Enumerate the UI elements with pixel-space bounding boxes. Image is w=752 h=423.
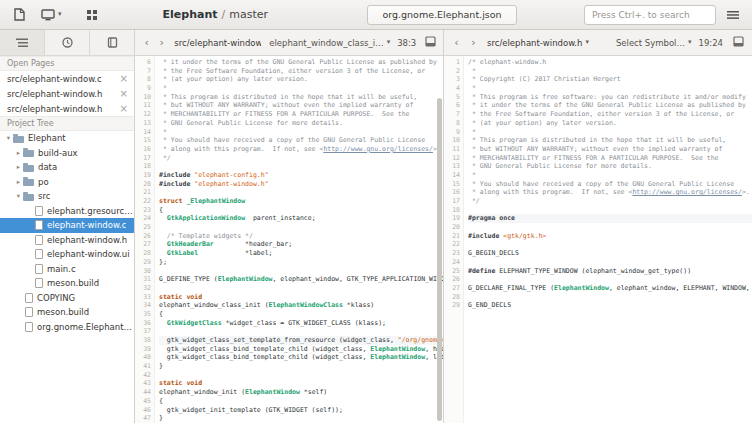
close-icon[interactable]: × bbox=[116, 104, 128, 114]
omnibar[interactable]: org.gnome.Elephant.json bbox=[367, 5, 517, 25]
tree-item-COPYING[interactable]: COPYING bbox=[0, 291, 134, 306]
line-number: 14 bbox=[444, 171, 460, 180]
code-line: G_DEFINE_TYPE (ElephantWindow, elephant_… bbox=[159, 275, 443, 284]
expander-icon[interactable]: ▾ bbox=[4, 135, 13, 142]
symbol-selector-button[interactable]: Select Symbol… ▾ bbox=[616, 38, 692, 48]
pane-options-button[interactable] bbox=[423, 35, 437, 51]
expander-icon[interactable]: ▾ bbox=[14, 193, 23, 200]
tree-item-label: Elephant bbox=[28, 133, 66, 143]
tree-item-elephant.gresource.xml[interactable]: elephant.gresource.xml bbox=[0, 204, 134, 219]
expander-icon[interactable]: ▸ bbox=[14, 150, 23, 157]
document-title-button[interactable]: src/elephant-window.h ▾ bbox=[487, 38, 589, 48]
code-line: * bbox=[468, 67, 752, 76]
line-number: 13 bbox=[135, 119, 151, 128]
file-icon bbox=[25, 322, 33, 332]
code-area: * it under the terms of the GNU General … bbox=[155, 56, 443, 423]
line-number: 27 bbox=[135, 240, 151, 249]
nav-back-icon[interactable]: ‹ bbox=[450, 35, 463, 51]
builder-window: ▾ Elephant / master org.gnome.Elephant.j… bbox=[0, 0, 752, 423]
pane-header: ‹ › src/elephant-window.h ▾ Select Symbo… bbox=[444, 30, 752, 56]
code-line: * You should have received a copy of the… bbox=[159, 136, 443, 145]
code-line: * bbox=[159, 84, 443, 93]
tree-item-org.gnome.Elephant.json[interactable]: org.gnome.Elephant.json bbox=[0, 320, 134, 335]
line-number: 22 bbox=[135, 197, 151, 206]
code-editor[interactable]: 6789101112131415161718192021222324252627… bbox=[135, 56, 443, 423]
code-line: * the Free Software Foundation, either v… bbox=[159, 67, 443, 76]
project-tree: ▾Elephant▸build-aux▸data▸po▾srcelephant.… bbox=[0, 131, 134, 334]
device-selector-button[interactable]: ▾ bbox=[36, 4, 67, 26]
panel-switcher bbox=[0, 30, 134, 56]
tree-item-elephant-window.h[interactable]: elephant-window.h bbox=[0, 233, 134, 248]
open-page-item[interactable]: src/elephant-window.c× bbox=[0, 71, 134, 86]
project-breadcrumb[interactable]: Elephant / master bbox=[163, 8, 268, 21]
tree-item-label: main.c bbox=[47, 264, 76, 274]
search-input[interactable] bbox=[584, 5, 716, 25]
tree-item-data[interactable]: ▸data bbox=[0, 160, 134, 175]
grid-icon bbox=[86, 9, 98, 21]
code-editor[interactable]: 1234567891011121314151617181920212223242… bbox=[444, 56, 752, 423]
tree-item-label: elephant-window.ui bbox=[47, 249, 130, 259]
file-icon bbox=[35, 278, 43, 288]
menu-button[interactable] bbox=[721, 4, 745, 26]
line-number: 25 bbox=[135, 223, 151, 232]
scrollbar-thumb[interactable] bbox=[437, 98, 442, 421]
tree-item-meson.build[interactable]: meson.build bbox=[0, 305, 134, 320]
code-line: elephant_window_class_init (ElephantWind… bbox=[159, 301, 443, 310]
tree-item-label: meson.build bbox=[37, 307, 89, 317]
code-line: * bbox=[468, 84, 752, 93]
tree-item-build-aux[interactable]: ▸build-aux bbox=[0, 146, 134, 161]
code-line: gtk_widget_class_bind_template_child (wi… bbox=[159, 353, 443, 362]
line-number: 12 bbox=[444, 154, 460, 163]
line-number: 19 bbox=[135, 171, 151, 180]
nav-forward-icon[interactable]: › bbox=[467, 35, 480, 51]
code-line: * You should have received a copy of the… bbox=[468, 180, 752, 189]
sidebar: Open Pages src/elephant-window.c×src/ele… bbox=[0, 30, 135, 423]
open-page-item[interactable]: src/elephant-window.h× bbox=[0, 86, 134, 101]
tree-item-label: po bbox=[38, 177, 49, 187]
expander-icon[interactable]: ▸ bbox=[14, 164, 23, 171]
close-icon[interactable]: × bbox=[116, 89, 128, 99]
tree-item-label: COPYING bbox=[37, 293, 75, 303]
code-line: * along with this program. If not, see <… bbox=[468, 188, 752, 197]
project-panel-button[interactable] bbox=[0, 30, 45, 55]
tree-item-src[interactable]: ▾src bbox=[0, 189, 134, 204]
line-number: 2 bbox=[444, 67, 460, 76]
line-number: 22 bbox=[444, 240, 460, 249]
line-number: 11 bbox=[135, 101, 151, 110]
tree-item-label: elephant-window.h bbox=[47, 235, 127, 245]
expander-icon[interactable]: ▸ bbox=[14, 179, 23, 186]
line-number: 17 bbox=[135, 154, 151, 163]
close-icon[interactable]: × bbox=[116, 74, 128, 84]
line-number: 23 bbox=[444, 249, 460, 258]
document-title: src/elephant-window.c bbox=[174, 38, 261, 48]
editor-perspective-button[interactable] bbox=[7, 4, 31, 26]
documentation-panel-button[interactable] bbox=[90, 30, 134, 55]
grid-menu-button[interactable] bbox=[80, 4, 104, 26]
clock-icon bbox=[62, 33, 73, 52]
symbol-selector-button[interactable]: elephant_window_class_i… ▾ bbox=[269, 38, 390, 48]
document-title-button[interactable]: src/elephant-window.c ▾ bbox=[174, 38, 261, 48]
tree-item-po[interactable]: ▸po bbox=[0, 175, 134, 190]
history-panel-button[interactable] bbox=[45, 30, 90, 55]
tree-item-elephant-window.ui[interactable]: elephant-window.ui bbox=[0, 247, 134, 262]
pane-options-button[interactable] bbox=[730, 35, 746, 51]
tree-item-label: src bbox=[38, 191, 50, 201]
pane-options-icon bbox=[425, 36, 436, 49]
code-line: #define ELEPHANT_TYPE_WINDOW (elephant_w… bbox=[468, 267, 752, 276]
line-number: 46 bbox=[135, 406, 151, 415]
open-page-item[interactable]: src/elephant-window.h× bbox=[0, 101, 134, 116]
code-area: /* elephant-window.h * * Copyright (C) 2… bbox=[464, 56, 752, 423]
tree-item-meson.build[interactable]: meson.build bbox=[0, 276, 134, 291]
code-line: * bbox=[468, 128, 752, 137]
tree-item-elephant-window.c[interactable]: elephant-window.c bbox=[0, 218, 134, 233]
vertical-scrollbar[interactable] bbox=[437, 58, 442, 421]
breadcrumb-separator: / bbox=[221, 8, 225, 21]
code-line: */ bbox=[468, 197, 752, 206]
tree-item-Elephant[interactable]: ▾Elephant bbox=[0, 131, 134, 146]
code-line bbox=[468, 258, 752, 267]
line-number: 9 bbox=[444, 128, 460, 137]
nav-forward-icon[interactable]: › bbox=[156, 35, 167, 51]
line-number: 43 bbox=[135, 379, 151, 388]
nav-back-icon[interactable]: ‹ bbox=[141, 35, 152, 51]
tree-item-main.c[interactable]: main.c bbox=[0, 262, 134, 277]
